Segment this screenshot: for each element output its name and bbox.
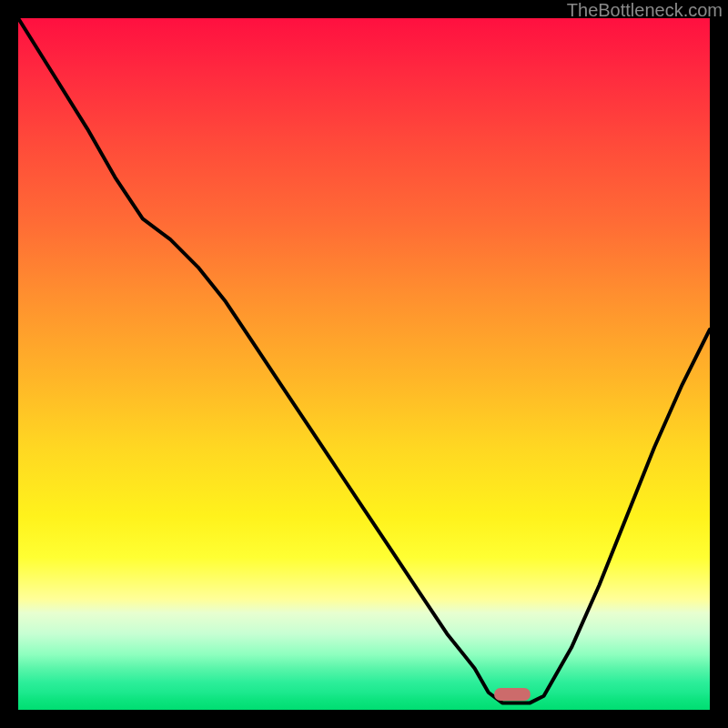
chart-plot-area <box>18 18 710 710</box>
watermark-text: TheBottleneck.com <box>567 0 723 21</box>
chart-frame: TheBottleneck.com <box>0 0 728 728</box>
curve-path <box>18 18 710 703</box>
bottleneck-curve <box>18 18 710 710</box>
optimal-marker <box>494 688 531 701</box>
